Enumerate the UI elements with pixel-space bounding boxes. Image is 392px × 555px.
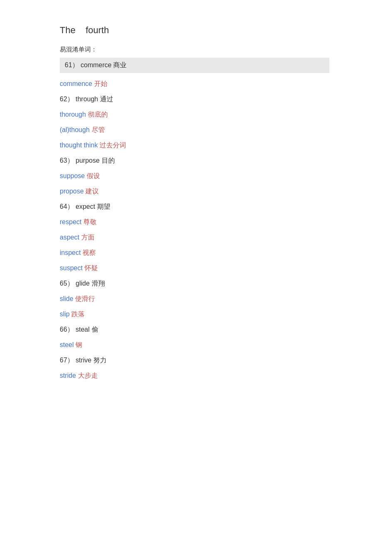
entry-chinese: 期望 <box>97 203 110 210</box>
entry-64: 64） expect 期望 <box>60 203 373 211</box>
entry-suspect: suspect 怀疑 <box>60 264 373 273</box>
entry-english: thorough <box>60 111 88 118</box>
entry-propose: propose 建议 <box>60 187 373 196</box>
entry-steel: steel 钢 <box>60 341 373 350</box>
entry-chinese: 钢 <box>75 341 82 348</box>
entry-thorough: thorough 彻底的 <box>60 110 373 119</box>
entry-english: thought think <box>60 142 100 149</box>
entry-english: glide <box>75 280 91 287</box>
entry-number: 63） <box>60 157 75 164</box>
entry-chinese: 目的 <box>102 157 115 164</box>
entry-slip: slip 跌落 <box>60 310 373 319</box>
entry-chinese: 通过 <box>100 95 113 103</box>
entry-chinese: 尽管 <box>92 126 105 133</box>
entry-chinese: 视察 <box>83 249 96 256</box>
entry-english: expect <box>75 203 97 210</box>
entry-english: through <box>75 95 100 103</box>
entries-container: 61） commerce 商业commence 开始62） through 通过… <box>60 58 373 380</box>
page-container: The fourth 易混淆单词： 61） commerce 商业commenc… <box>0 0 373 412</box>
entry-english: stride <box>60 372 78 379</box>
entry-67: 67） strive 努力 <box>60 356 373 365</box>
entry-suppose: suppose 假设 <box>60 172 373 181</box>
entry-english: propose <box>60 188 85 195</box>
entry-respect: respect 尊敬 <box>60 218 373 227</box>
entry-chinese: 偷 <box>92 326 98 333</box>
section-label: 易混淆单词： <box>60 46 373 54</box>
entry-63: 63） purpose 目的 <box>60 156 373 165</box>
entry-chinese: 建议 <box>85 188 99 195</box>
entry-chinese: 过去分词 <box>100 142 126 149</box>
entry-english: slip <box>60 311 71 318</box>
entry-number: 64） <box>60 203 75 210</box>
title-word2: fourth <box>85 25 109 35</box>
entry-chinese: 尊敬 <box>83 218 97 225</box>
entry-english: strive <box>75 357 93 364</box>
entry-commence: commence 开始 <box>60 80 373 88</box>
entry-chinese: 开始 <box>94 80 107 87</box>
entry-inspect: inspect 视察 <box>60 249 373 257</box>
entry-number: 62） <box>60 95 75 103</box>
entry-chinese: 假设 <box>87 172 100 179</box>
entry-english: aspect <box>60 234 81 241</box>
entry-english: purpose <box>75 157 101 164</box>
entry-english: respect <box>60 218 83 225</box>
entry-number: 66） <box>60 326 75 333</box>
entry-chinese: 彻底的 <box>88 111 108 118</box>
entry-chinese: 方面 <box>81 234 95 241</box>
entry-61: 61） commerce 商业 <box>60 58 329 73</box>
entry-english: commence <box>60 80 94 87</box>
entry-english: (al)though <box>60 126 92 133</box>
entry-stride: stride 大步走 <box>60 372 373 380</box>
entry-english: inspect <box>60 249 83 256</box>
entry-chinese: 滑翔 <box>92 280 105 287</box>
entry-chinese: 大步走 <box>78 372 98 379</box>
entry-chinese: 使滑行 <box>75 295 95 302</box>
entry-although: (al)though 尽管 <box>60 126 373 134</box>
entry-66: 66） steal 偷 <box>60 325 373 334</box>
entry-english: commerce <box>80 61 113 68</box>
entry-chinese: 怀疑 <box>85 264 98 271</box>
entry-number: 65） <box>60 280 75 287</box>
entry-english: slide <box>60 295 75 302</box>
entry-english: steel <box>60 341 75 348</box>
entry-number: 67） <box>60 357 75 364</box>
entry-english: steal <box>75 326 91 333</box>
title-word1: The <box>60 25 75 35</box>
entry-62: 62） through 通过 <box>60 95 373 104</box>
entry-aspect: aspect 方面 <box>60 233 373 242</box>
entry-chinese: 商业 <box>113 61 127 68</box>
entry-english: suspect <box>60 264 85 271</box>
entry-english: suppose <box>60 172 87 179</box>
page-title: The fourth <box>60 25 373 36</box>
entry-65: 65） glide 滑翔 <box>60 279 373 288</box>
entry-number: 61） <box>65 61 80 68</box>
entry-slide: slide 使滑行 <box>60 295 373 303</box>
entry-chinese: 跌落 <box>71 311 85 318</box>
entry-chinese: 努力 <box>93 357 107 364</box>
entry-thought: thought think 过去分词 <box>60 141 373 150</box>
